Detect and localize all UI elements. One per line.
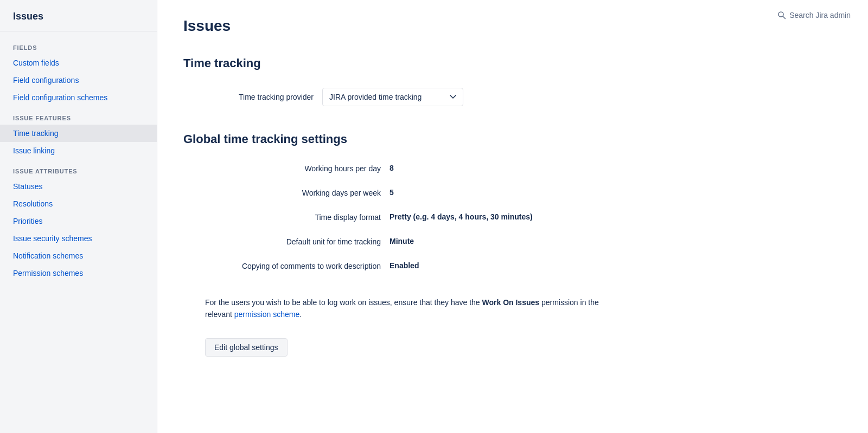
sidebar-item-issue-security-schemes[interactable]: Issue security schemes	[0, 230, 157, 247]
info-text-bold: Work On Issues	[482, 298, 540, 307]
provider-select[interactable]: JIRA provided time tracking	[322, 88, 463, 106]
default-unit-value: Minute	[390, 237, 414, 245]
sidebar-item-time-tracking[interactable]: Time tracking	[0, 125, 157, 142]
info-text: For the users you wish to be able to log…	[183, 296, 617, 321]
settings-table: Working hours per day 8 Working days per…	[183, 164, 842, 270]
provider-row: Time tracking provider JIRA provided tim…	[183, 88, 842, 106]
sidebar-section-label-fields: FIELDS	[0, 36, 157, 54]
sidebar: Issues FIELDS Custom fields Field config…	[0, 0, 157, 433]
sidebar-item-field-configurations[interactable]: Field configurations	[0, 72, 157, 89]
settings-row-working-days: Working days per week 5	[205, 188, 842, 197]
copying-comments-label: Copying of comments to work description	[205, 261, 390, 270]
sidebar-item-statuses[interactable]: Statuses	[0, 178, 157, 195]
working-hours-value: 8	[390, 164, 394, 172]
working-days-label: Working days per week	[205, 188, 390, 197]
permission-scheme-link[interactable]: permission scheme	[234, 310, 300, 319]
copying-comments-value: Enabled	[390, 261, 419, 270]
sidebar-section-issue-features: ISSUE FEATURES Time tracking Issue linki…	[0, 106, 157, 159]
sidebar-section-label-features: ISSUE FEATURES	[0, 106, 157, 125]
working-days-value: 5	[390, 188, 394, 197]
sidebar-item-issue-linking[interactable]: Issue linking	[0, 142, 157, 159]
time-display-label: Time display format	[205, 212, 390, 222]
sidebar-section-issue-attributes: ISSUE ATTRIBUTES Statuses Resolutions Pr…	[0, 159, 157, 282]
default-unit-label: Default unit for time tracking	[205, 237, 390, 246]
search-label: Search Jira admin	[789, 11, 851, 20]
sidebar-item-resolutions[interactable]: Resolutions	[0, 195, 157, 212]
working-hours-label: Working hours per day	[205, 164, 390, 173]
sidebar-title: Issues	[0, 11, 157, 31]
main-content: Search Jira admin Issues Time tracking T…	[157, 0, 868, 433]
sidebar-section-label-attributes: ISSUE ATTRIBUTES	[0, 159, 157, 178]
sidebar-item-notification-schemes[interactable]: Notification schemes	[0, 247, 157, 264]
page-title: Issues	[183, 17, 842, 35]
sidebar-item-permission-schemes[interactable]: Permission schemes	[0, 264, 157, 282]
settings-row-default-unit: Default unit for time tracking Minute	[205, 237, 842, 246]
svg-line-1	[783, 16, 786, 19]
time-tracking-title: Time tracking	[183, 56, 842, 70]
settings-row-time-display: Time display format Pretty (e.g. 4 days,…	[205, 212, 842, 222]
time-display-value: Pretty (e.g. 4 days, 4 hours, 30 minutes…	[390, 212, 533, 221]
edit-global-settings-button[interactable]: Edit global settings	[205, 338, 288, 357]
settings-row-working-hours: Working hours per day 8	[205, 164, 842, 173]
sidebar-section-fields: FIELDS Custom fields Field configuration…	[0, 36, 157, 106]
global-settings-title: Global time tracking settings	[183, 132, 842, 146]
settings-row-copying-comments: Copying of comments to work description …	[205, 261, 842, 270]
top-bar-search[interactable]: Search Jira admin	[777, 11, 851, 20]
sidebar-item-priorities[interactable]: Priorities	[0, 212, 157, 230]
info-text-after: .	[299, 310, 302, 319]
provider-label: Time tracking provider	[205, 93, 314, 101]
search-icon	[777, 11, 786, 20]
sidebar-item-field-configuration-schemes[interactable]: Field configuration schemes	[0, 89, 157, 106]
sidebar-item-custom-fields[interactable]: Custom fields	[0, 54, 157, 72]
info-text-before: For the users you wish to be able to log…	[205, 298, 482, 307]
